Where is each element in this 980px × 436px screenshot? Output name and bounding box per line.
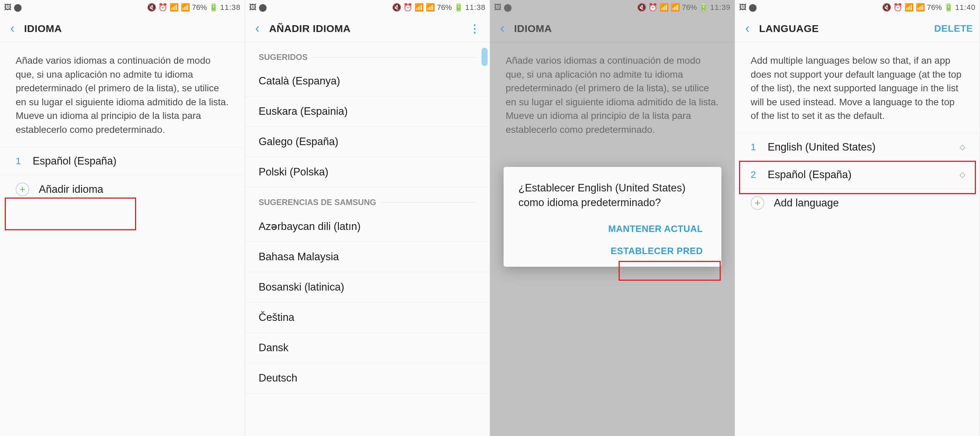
- battery-text: 76%: [927, 3, 942, 12]
- more-icon[interactable]: ⋮: [466, 22, 483, 35]
- page-title: IDIOMA: [24, 23, 238, 34]
- add-language-button[interactable]: + Add language: [735, 188, 980, 217]
- language-row[interactable]: 2 Español (España) ◇: [735, 161, 980, 188]
- add-language-label: Añadir idioma: [39, 183, 103, 195]
- battery-icon: 🔋: [209, 3, 218, 12]
- notification-icons: 🖼 ⬤: [739, 3, 757, 12]
- battery-text: 76%: [192, 3, 207, 12]
- language-index: 1: [16, 156, 33, 166]
- plus-icon: +: [751, 196, 764, 210]
- language-index: 2: [751, 169, 768, 180]
- language-label: Español (España): [33, 155, 116, 167]
- section-header-samsung: SUGERENCIAS DE SAMSUNG: [245, 187, 490, 211]
- language-option[interactable]: Dansk: [245, 333, 490, 363]
- screen-language-list-en: 🖼 ⬤ 🔇 ⏰ 📶 📶 76% 🔋 11:40 ‹ LANGUAGE DELET…: [735, 0, 980, 436]
- status-icons: 🔇 ⏰ 📶 📶: [882, 3, 925, 12]
- language-option[interactable]: Azərbaycan dili (latın): [245, 211, 490, 242]
- back-icon[interactable]: ‹: [255, 21, 259, 36]
- language-label: Español (España): [768, 169, 851, 181]
- language-option[interactable]: Čeština: [245, 302, 490, 333]
- add-language-button[interactable]: + Añadir idioma: [0, 175, 245, 204]
- page-title: LANGUAGE: [759, 23, 934, 34]
- language-index: 1: [751, 142, 768, 153]
- battery-icon: 🔋: [944, 3, 953, 12]
- status-bar: 🖼 ⬤ 🔇 ⏰ 📶 📶 76% 🔋 11:38: [245, 0, 490, 15]
- add-language-label: Add language: [774, 197, 839, 209]
- language-row[interactable]: 1 English (United States) ◇: [735, 133, 980, 161]
- reorder-icon[interactable]: ◇: [959, 143, 964, 152]
- language-option[interactable]: Galego (España): [245, 127, 490, 157]
- plus-icon: +: [16, 182, 29, 196]
- scroll-indicator[interactable]: [482, 48, 488, 66]
- back-icon[interactable]: ‹: [745, 21, 749, 36]
- battery-text: 76%: [437, 3, 452, 12]
- description-text: Añade varios idiomas a continuación de m…: [0, 42, 245, 147]
- screen-language-list-es: 🖼 ⬤ 🔇 ⏰ 📶 📶 76% 🔋 11:38 ‹ IDIOMA Añade v…: [0, 0, 245, 436]
- keep-current-button[interactable]: MANTENER ACTUAL: [605, 222, 706, 236]
- language-row[interactable]: 1 Español (España): [0, 147, 245, 175]
- clock: 11:38: [465, 3, 485, 12]
- dialog-backdrop: ¿Establecer English (United States) como…: [490, 0, 735, 436]
- section-header-suggested: SUGERIDOS: [245, 42, 490, 66]
- delete-button[interactable]: DELETE: [934, 23, 973, 34]
- language-option[interactable]: Deutsch: [245, 363, 490, 393]
- page-title: AÑADIR IDIOMA: [269, 23, 466, 34]
- clock: 11:38: [220, 3, 240, 12]
- status-icons: 🔇 ⏰ 📶 📶: [392, 3, 435, 12]
- description-text: Add multiple languages below so that, if…: [735, 42, 980, 133]
- dialog-message: ¿Establecer English (United States) como…: [519, 180, 706, 210]
- status-bar: 🖼 ⬤ 🔇 ⏰ 📶 📶 76% 🔋 11:40: [735, 0, 980, 15]
- language-option[interactable]: Bahasa Malaysia: [245, 242, 490, 272]
- language-option[interactable]: Euskara (Espainia): [245, 96, 490, 127]
- language-option[interactable]: Polski (Polska): [245, 157, 490, 187]
- language-label: English (United States): [768, 141, 875, 153]
- status-bar: 🖼 ⬤ 🔇 ⏰ 📶 📶 76% 🔋 11:38: [0, 0, 245, 15]
- set-default-dialog: ¿Establecer English (United States) como…: [504, 167, 721, 267]
- back-icon[interactable]: ‹: [10, 21, 14, 36]
- notification-icons: 🖼 ⬤: [249, 3, 267, 12]
- notification-icons: 🖼 ⬤: [4, 3, 22, 12]
- set-default-button[interactable]: ESTABLECER PRED: [607, 244, 706, 259]
- clock: 11:40: [955, 3, 975, 12]
- language-option[interactable]: Català (Espanya): [245, 66, 490, 96]
- reorder-icon[interactable]: ◇: [959, 170, 964, 179]
- app-bar: ‹ LANGUAGE DELETE: [735, 15, 980, 42]
- status-icons: 🔇 ⏰ 📶 📶: [147, 3, 190, 12]
- app-bar: ‹ AÑADIR IDIOMA ⋮: [245, 15, 490, 42]
- battery-icon: 🔋: [454, 3, 463, 12]
- language-option[interactable]: Bosanski (latinica): [245, 272, 490, 302]
- app-bar: ‹ IDIOMA: [0, 15, 245, 42]
- screen-add-language: 🖼 ⬤ 🔇 ⏰ 📶 📶 76% 🔋 11:38 ‹ AÑADIR IDIOMA …: [245, 0, 490, 436]
- screen-set-default-dialog: 🖼 ⬤ 🔇 ⏰ 📶 📶 76% 🔋 11:39 ‹ IDIOMA Añade v…: [490, 0, 735, 436]
